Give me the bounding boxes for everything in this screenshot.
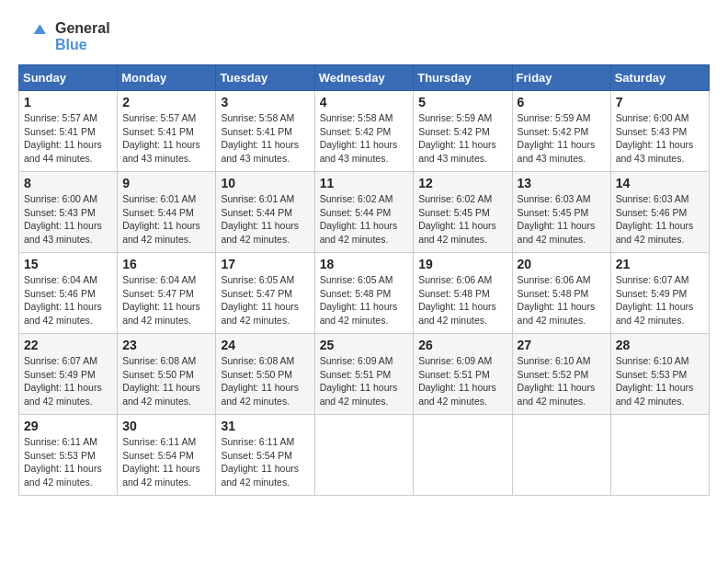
- weekday-header-wednesday: Wednesday: [314, 65, 414, 91]
- calendar-cell: 31Sunrise: 6:11 AM Sunset: 5:54 PM Dayli…: [216, 415, 314, 496]
- day-info: Sunrise: 6:10 AM Sunset: 5:52 PM Dayligh…: [518, 355, 596, 407]
- calendar-cell: 15Sunrise: 6:04 AM Sunset: 5:46 PM Dayli…: [19, 253, 118, 334]
- day-info: Sunrise: 6:11 AM Sunset: 5:54 PM Dayligh…: [122, 436, 200, 488]
- day-number: 18: [320, 257, 409, 271]
- day-number: 10: [221, 176, 309, 190]
- day-info: Sunrise: 6:08 AM Sunset: 5:50 PM Dayligh…: [221, 355, 299, 407]
- day-number: 13: [518, 176, 606, 190]
- svg-marker-0: [34, 24, 46, 34]
- day-number: 2: [122, 95, 210, 109]
- calendar-cell: 8Sunrise: 6:00 AM Sunset: 5:43 PM Daylig…: [19, 172, 118, 253]
- day-info: Sunrise: 5:57 AM Sunset: 5:41 PM Dayligh…: [122, 112, 200, 164]
- day-number: 24: [221, 338, 309, 352]
- calendar-cell: 28Sunrise: 6:10 AM Sunset: 5:53 PM Dayli…: [610, 334, 709, 415]
- calendar-body: 1Sunrise: 5:57 AM Sunset: 5:41 PM Daylig…: [19, 91, 710, 496]
- day-number: 15: [24, 257, 112, 271]
- weekday-header-sunday: Sunday: [19, 65, 118, 91]
- weekday-header-tuesday: Tuesday: [216, 65, 314, 91]
- day-number: 22: [24, 338, 112, 352]
- day-number: 3: [221, 95, 309, 109]
- day-number: 19: [418, 257, 506, 271]
- calendar-cell: 25Sunrise: 6:09 AM Sunset: 5:51 PM Dayli…: [314, 334, 414, 415]
- day-info: Sunrise: 6:11 AM Sunset: 5:53 PM Dayligh…: [24, 436, 102, 488]
- calendar-cell: 4Sunrise: 5:58 AM Sunset: 5:42 PM Daylig…: [314, 91, 414, 172]
- calendar-cell: 29Sunrise: 6:11 AM Sunset: 5:53 PM Dayli…: [19, 415, 118, 496]
- calendar-table: SundayMondayTuesdayWednesdayThursdayFrid…: [18, 64, 710, 496]
- day-info: Sunrise: 6:01 AM Sunset: 5:44 PM Dayligh…: [122, 193, 200, 245]
- day-info: Sunrise: 5:59 AM Sunset: 5:42 PM Dayligh…: [518, 112, 596, 164]
- day-info: Sunrise: 5:58 AM Sunset: 5:41 PM Dayligh…: [221, 112, 299, 164]
- calendar-cell: 1Sunrise: 5:57 AM Sunset: 5:41 PM Daylig…: [19, 91, 118, 172]
- day-info: Sunrise: 6:04 AM Sunset: 5:47 PM Dayligh…: [122, 274, 200, 326]
- day-info: Sunrise: 6:03 AM Sunset: 5:46 PM Dayligh…: [616, 193, 694, 245]
- day-number: 20: [518, 257, 606, 271]
- weekday-header-friday: Friday: [512, 65, 610, 91]
- calendar-cell: 20Sunrise: 6:06 AM Sunset: 5:48 PM Dayli…: [512, 253, 610, 334]
- calendar-week-2: 8Sunrise: 6:00 AM Sunset: 5:43 PM Daylig…: [19, 172, 710, 253]
- calendar-cell: 18Sunrise: 6:05 AM Sunset: 5:48 PM Dayli…: [314, 253, 414, 334]
- day-number: 23: [122, 338, 210, 352]
- weekday-header-thursday: Thursday: [414, 65, 512, 91]
- day-number: 5: [418, 95, 506, 109]
- day-number: 27: [518, 338, 606, 352]
- day-number: 30: [122, 419, 210, 433]
- calendar-cell: 17Sunrise: 6:05 AM Sunset: 5:47 PM Dayli…: [216, 253, 314, 334]
- day-info: Sunrise: 6:07 AM Sunset: 5:49 PM Dayligh…: [24, 355, 102, 407]
- day-number: 4: [320, 95, 409, 109]
- calendar-cell: 22Sunrise: 6:07 AM Sunset: 5:49 PM Dayli…: [19, 334, 118, 415]
- logo-svg: [18, 18, 55, 55]
- weekday-header-monday: Monday: [118, 65, 216, 91]
- calendar-cell: [314, 415, 414, 496]
- day-number: 6: [518, 95, 606, 109]
- day-info: Sunrise: 6:02 AM Sunset: 5:44 PM Dayligh…: [320, 193, 398, 245]
- calendar-cell: 6Sunrise: 5:59 AM Sunset: 5:42 PM Daylig…: [512, 91, 610, 172]
- calendar-cell: 5Sunrise: 5:59 AM Sunset: 5:42 PM Daylig…: [414, 91, 512, 172]
- calendar-cell: 13Sunrise: 6:03 AM Sunset: 5:45 PM Dayli…: [512, 172, 610, 253]
- calendar-cell: 11Sunrise: 6:02 AM Sunset: 5:44 PM Dayli…: [314, 172, 414, 253]
- day-number: 16: [122, 257, 210, 271]
- calendar-cell: [610, 415, 709, 496]
- day-number: 12: [418, 176, 506, 190]
- day-info: Sunrise: 6:03 AM Sunset: 5:45 PM Dayligh…: [518, 193, 596, 245]
- day-number: 14: [616, 176, 704, 190]
- calendar-header-row: SundayMondayTuesdayWednesdayThursdayFrid…: [19, 65, 710, 91]
- weekday-header-saturday: Saturday: [610, 65, 709, 91]
- day-number: 31: [221, 419, 309, 433]
- logo: General Blue: [18, 18, 110, 55]
- day-info: Sunrise: 6:08 AM Sunset: 5:50 PM Dayligh…: [122, 355, 200, 407]
- calendar-cell: 24Sunrise: 6:08 AM Sunset: 5:50 PM Dayli…: [216, 334, 314, 415]
- calendar-cell: 14Sunrise: 6:03 AM Sunset: 5:46 PM Dayli…: [610, 172, 709, 253]
- calendar-cell: 21Sunrise: 6:07 AM Sunset: 5:49 PM Dayli…: [610, 253, 709, 334]
- calendar-cell: 30Sunrise: 6:11 AM Sunset: 5:54 PM Dayli…: [118, 415, 216, 496]
- day-number: 7: [616, 95, 704, 109]
- logo-general: General: [55, 20, 110, 37]
- day-number: 21: [616, 257, 704, 271]
- calendar-cell: [512, 415, 610, 496]
- day-number: 17: [221, 257, 309, 271]
- day-info: Sunrise: 5:57 AM Sunset: 5:41 PM Dayligh…: [24, 112, 102, 164]
- day-number: 1: [24, 95, 112, 109]
- calendar-cell: 26Sunrise: 6:09 AM Sunset: 5:51 PM Dayli…: [414, 334, 512, 415]
- day-info: Sunrise: 6:07 AM Sunset: 5:49 PM Dayligh…: [616, 274, 694, 326]
- day-info: Sunrise: 6:10 AM Sunset: 5:53 PM Dayligh…: [616, 355, 694, 407]
- day-number: 29: [24, 419, 112, 433]
- calendar-cell: 9Sunrise: 6:01 AM Sunset: 5:44 PM Daylig…: [118, 172, 216, 253]
- calendar-week-1: 1Sunrise: 5:57 AM Sunset: 5:41 PM Daylig…: [19, 91, 710, 172]
- day-number: 26: [418, 338, 506, 352]
- day-info: Sunrise: 6:09 AM Sunset: 5:51 PM Dayligh…: [320, 355, 398, 407]
- calendar-cell: 12Sunrise: 6:02 AM Sunset: 5:45 PM Dayli…: [414, 172, 512, 253]
- day-info: Sunrise: 6:11 AM Sunset: 5:54 PM Dayligh…: [221, 436, 299, 488]
- day-number: 28: [616, 338, 704, 352]
- calendar-cell: 16Sunrise: 6:04 AM Sunset: 5:47 PM Dayli…: [118, 253, 216, 334]
- day-info: Sunrise: 6:02 AM Sunset: 5:45 PM Dayligh…: [418, 193, 496, 245]
- calendar-cell: 27Sunrise: 6:10 AM Sunset: 5:52 PM Dayli…: [512, 334, 610, 415]
- day-info: Sunrise: 5:59 AM Sunset: 5:42 PM Dayligh…: [418, 112, 496, 164]
- day-info: Sunrise: 6:00 AM Sunset: 5:43 PM Dayligh…: [616, 112, 694, 164]
- day-info: Sunrise: 6:06 AM Sunset: 5:48 PM Dayligh…: [518, 274, 596, 326]
- calendar-cell: 3Sunrise: 5:58 AM Sunset: 5:41 PM Daylig…: [216, 91, 314, 172]
- page-header: General Blue: [18, 18, 710, 55]
- calendar-week-5: 29Sunrise: 6:11 AM Sunset: 5:53 PM Dayli…: [19, 415, 710, 496]
- day-number: 9: [122, 176, 210, 190]
- logo-blue: Blue: [55, 37, 110, 53]
- day-info: Sunrise: 6:04 AM Sunset: 5:46 PM Dayligh…: [24, 274, 102, 326]
